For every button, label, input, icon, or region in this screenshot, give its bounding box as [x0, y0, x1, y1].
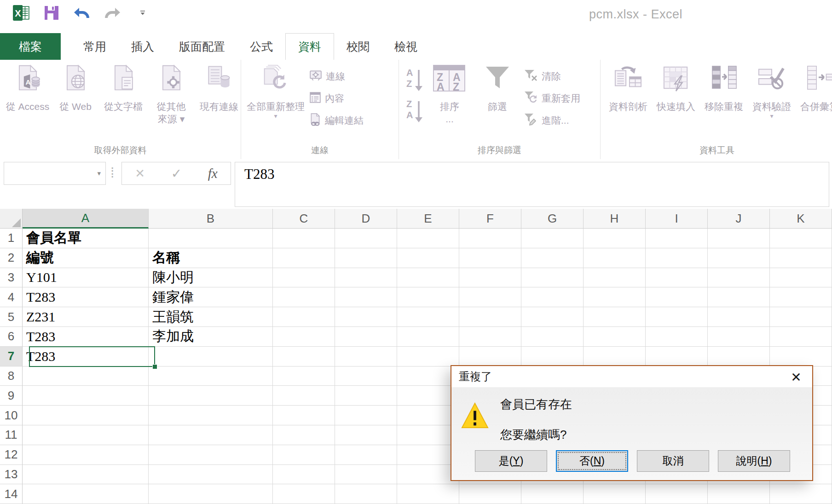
- cell-D13[interactable]: [335, 465, 397, 485]
- cell-D3[interactable]: [335, 268, 397, 288]
- cell-A6[interactable]: T283: [23, 327, 149, 347]
- cell-C4[interactable]: [273, 287, 335, 307]
- col-header-C[interactable]: C: [273, 209, 335, 229]
- cell-C8[interactable]: [273, 367, 335, 386]
- cell-K3[interactable]: [770, 268, 832, 288]
- cell-F1[interactable]: [459, 229, 521, 248]
- cell-D9[interactable]: [335, 386, 397, 406]
- ribbon-properties-small-button[interactable]: 內容: [306, 88, 366, 109]
- col-header-E[interactable]: E: [397, 209, 459, 229]
- col-header-F[interactable]: F: [459, 209, 521, 229]
- cell-C2[interactable]: [273, 248, 335, 268]
- cell-E9[interactable]: [397, 386, 459, 406]
- cell-A14[interactable]: [23, 484, 149, 504]
- cell-G6[interactable]: [521, 327, 584, 347]
- cell-C7[interactable]: [273, 347, 335, 367]
- tab-5-active[interactable]: 資料: [285, 33, 334, 60]
- ribbon-funnel-button[interactable]: 篩選: [474, 64, 521, 113]
- dialog-close-icon[interactable]: ✕: [788, 370, 804, 384]
- cell-D14[interactable]: [335, 484, 397, 504]
- cell-K14[interactable]: [770, 484, 832, 504]
- cell-G1[interactable]: [521, 229, 584, 248]
- qat-customize-qat-button[interactable]: [133, 5, 152, 23]
- cell-A12[interactable]: [23, 445, 149, 465]
- row-header-4[interactable]: 4: [0, 287, 23, 307]
- ribbon-remove-duplicates-button[interactable]: 移除重複: [700, 64, 748, 113]
- row-header-10[interactable]: 10: [0, 406, 23, 425]
- cell-H3[interactable]: [584, 268, 646, 288]
- ribbon-filter-clear-button[interactable]: 清除: [521, 66, 583, 86]
- cell-F3[interactable]: [459, 268, 521, 288]
- cell-F7[interactable]: [459, 347, 521, 367]
- cell-B4[interactable]: 鍾家偉: [149, 287, 273, 307]
- row-header-1[interactable]: 1: [0, 229, 23, 248]
- formula-input[interactable]: T283: [235, 162, 829, 207]
- cell-E1[interactable]: [397, 229, 459, 248]
- cell-H7[interactable]: [584, 347, 646, 367]
- cell-C11[interactable]: [273, 425, 335, 445]
- cell-D6[interactable]: [335, 327, 397, 347]
- cell-H4[interactable]: [584, 287, 646, 307]
- cell-K2[interactable]: [770, 248, 832, 268]
- tab-6[interactable]: 校閱: [334, 33, 382, 60]
- cell-D5[interactable]: [335, 307, 397, 327]
- cell-H6[interactable]: [584, 327, 646, 347]
- cell-J6[interactable]: [708, 327, 770, 347]
- cell-A1[interactable]: 會員名單: [23, 229, 149, 248]
- cell-H2[interactable]: [584, 248, 646, 268]
- cell-J14[interactable]: [708, 484, 770, 504]
- confirm-entry-icon[interactable]: ✓: [171, 166, 182, 181]
- cell-K5[interactable]: [770, 307, 832, 327]
- cell-J3[interactable]: [708, 268, 770, 288]
- cell-G7[interactable]: [521, 347, 584, 367]
- cell-E4[interactable]: [397, 287, 459, 307]
- cell-I4[interactable]: [646, 287, 708, 307]
- cell-I3[interactable]: [646, 268, 708, 288]
- cell-D8[interactable]: [335, 367, 397, 386]
- cell-D11[interactable]: [335, 425, 397, 445]
- ribbon-file-other-button[interactable]: 從其他來源 ▾: [147, 64, 195, 125]
- dialog-help-button[interactable]: 說明(H): [718, 450, 790, 472]
- dialog-yes-button[interactable]: 是(Y): [475, 450, 547, 472]
- row-header-7[interactable]: 7: [0, 347, 23, 367]
- cell-G3[interactable]: [521, 268, 584, 288]
- row-header-6[interactable]: 6: [0, 327, 23, 347]
- ribbon-file-text-button[interactable]: 從文字檔: [99, 64, 147, 113]
- ribbon-edit-links-small-button[interactable]: 編輯連結: [306, 110, 366, 131]
- ribbon-file-access-button[interactable]: A從 Access: [4, 64, 52, 113]
- tab-1[interactable]: 常用: [71, 33, 119, 60]
- cell-G4[interactable]: [521, 287, 584, 307]
- cell-D12[interactable]: [335, 445, 397, 465]
- cell-K7[interactable]: [770, 347, 832, 367]
- cell-H5[interactable]: [584, 307, 646, 327]
- cell-G2[interactable]: [521, 248, 584, 268]
- cell-D1[interactable]: [335, 229, 397, 248]
- ribbon-refresh-all-button[interactable]: 全部重新整理▾: [245, 64, 306, 119]
- cell-E7[interactable]: [397, 347, 459, 367]
- tab-3[interactable]: 版面配置: [167, 33, 237, 60]
- tab-0[interactable]: 檔案: [0, 33, 61, 60]
- cell-D2[interactable]: [335, 248, 397, 268]
- col-header-I[interactable]: I: [646, 209, 708, 229]
- cell-I5[interactable]: [646, 307, 708, 327]
- cell-G5[interactable]: [521, 307, 584, 327]
- col-header-H[interactable]: H: [584, 209, 646, 229]
- cell-B12[interactable]: [149, 445, 273, 465]
- cell-C12[interactable]: [273, 445, 335, 465]
- select-all-corner[interactable]: [0, 209, 23, 229]
- row-header-3[interactable]: 3: [0, 268, 23, 288]
- cell-J4[interactable]: [708, 287, 770, 307]
- cell-A10[interactable]: [23, 406, 149, 425]
- cell-D10[interactable]: [335, 406, 397, 425]
- dialog-cancel-button[interactable]: 取消: [637, 450, 709, 472]
- cell-E5[interactable]: [397, 307, 459, 327]
- cell-C9[interactable]: [273, 386, 335, 406]
- ribbon-consolidate-button[interactable]: 合併彙算: [796, 64, 832, 113]
- cell-B7[interactable]: [149, 347, 273, 367]
- cell-C13[interactable]: [273, 465, 335, 485]
- cell-J5[interactable]: [708, 307, 770, 327]
- cell-F5[interactable]: [459, 307, 521, 327]
- qat-excel-logo-button[interactable]: X: [12, 5, 30, 23]
- cell-C3[interactable]: [273, 268, 335, 288]
- ribbon-sort-za-button[interactable]: ZA: [403, 97, 426, 127]
